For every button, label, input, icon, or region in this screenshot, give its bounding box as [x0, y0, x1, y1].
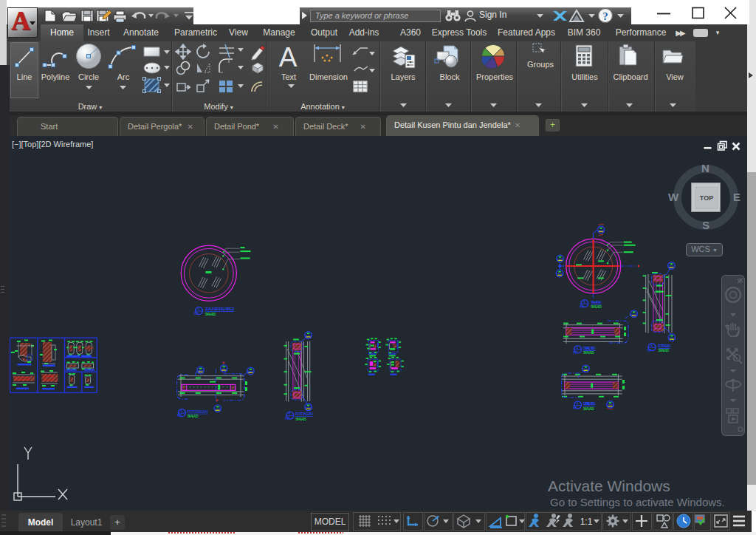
svg-text:?: ? [602, 10, 608, 22]
svg-text:1: 1 [180, 408, 182, 412]
svg-text:KP: KP [285, 417, 289, 420]
svg-text:DETAIL KUSEN: DETAIL KUSEN [583, 401, 596, 406]
svg-text:SKALA 1 : 5: SKALA 1 : 5 [583, 350, 594, 355]
svg-text:KP: KP [580, 305, 584, 309]
svg-text:2 DAUN JENDELA TIPE J2: 2 DAUN JENDELA TIPE J2 [205, 307, 235, 311]
svg-text:SKALA 1 : 5: SKALA 1 : 5 [188, 414, 199, 418]
svg-text:SKALA 1 : 5: SKALA 1 : 5 [295, 417, 306, 421]
svg-text:2: 2 [577, 345, 579, 350]
svg-text:SKALA 1 : 5: SKALA 1 : 5 [658, 348, 669, 352]
svg-text:4: 4 [289, 411, 291, 415]
svg-text:KP: KP [573, 351, 577, 355]
svg-text:A: A [279, 42, 298, 72]
svg-text:KP: KP [194, 312, 199, 316]
svg-text:4: 4 [650, 343, 653, 347]
svg-text:KP: KP [647, 349, 652, 352]
svg-text:TAMPAK: TAMPAK [591, 300, 602, 304]
svg-text:POTONGAN: POTONGAN [658, 344, 670, 348]
svg-text:4: 4 [583, 299, 585, 304]
svg-text:KP: KP [177, 414, 182, 418]
svg-text:DETAIL KUSEN: DETAIL KUSEN [583, 346, 596, 350]
svg-text:1: 1 [577, 401, 579, 405]
svg-text:SKALA 1 : 5: SKALA 1 : 5 [591, 304, 602, 309]
svg-text:SKALA 1 : 10: SKALA 1 : 10 [205, 312, 216, 316]
svg-text:KP: KP [573, 406, 577, 410]
svg-text:POTONGAN: POTONGAN [295, 412, 313, 416]
svg-text:2: 2 [198, 306, 200, 310]
svg-text:SKALA 1 : 5: SKALA 1 : 5 [583, 406, 594, 411]
svg-text:1:1: 1:1 [580, 517, 593, 527]
svg-text:POTONGAN: POTONGAN [188, 409, 208, 414]
